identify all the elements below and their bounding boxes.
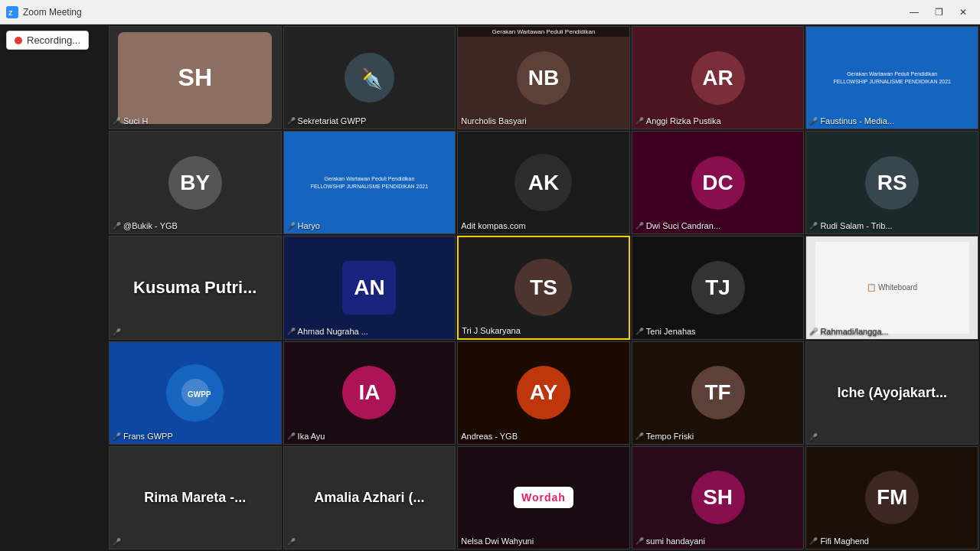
name-tempo: Tempo Friski xyxy=(646,432,694,441)
tile-fifi[interactable]: FM Fifi Maghend xyxy=(805,446,978,549)
recording-label: Recording... xyxy=(27,34,80,46)
name-haryo: Haryo xyxy=(298,221,320,230)
tile-adit[interactable]: AK Adit kompas.com xyxy=(457,131,630,234)
tile-andreas[interactable]: AY Andreas - YGB xyxy=(457,341,630,445)
tile-nelsa[interactable]: Wordah Nelsa Dwi Wahyuni xyxy=(457,446,630,549)
close-button[interactable]: ✕ xyxy=(952,5,974,20)
tile-rima[interactable]: Rima Mareta -... xyxy=(109,446,282,549)
maximize-button[interactable]: ❐ xyxy=(928,5,949,20)
name-rahmadi: Rahmadi/langga... xyxy=(820,327,888,336)
tile-sumi[interactable]: SH sumi handayani xyxy=(632,446,805,549)
name-dwi: Dwi Suci Candran... xyxy=(646,221,720,230)
minimize-button[interactable]: — xyxy=(903,5,925,20)
name-faustinus: Faustinus - Media... xyxy=(820,116,894,126)
name-sekretariat: Sekretariat GWPP xyxy=(298,116,367,126)
title-bar: Z Zoom Meeting — ❐ ✕ xyxy=(0,0,980,24)
name-rudi: Rudi Salam - Trib... xyxy=(820,221,892,230)
name-adit: Adit kompas.com xyxy=(461,221,525,230)
tile-dwi[interactable]: DC Dwi Suci Candran... xyxy=(632,131,805,234)
tile-sekretariat[interactable]: ✒️ Sekretariat GWPP xyxy=(283,26,456,129)
tile-frans[interactable]: GWPP Frans GWPP xyxy=(109,341,282,445)
participant-gallery: SH Suci H ✒️ Sekretariat GWPP NB Gerakan… xyxy=(107,24,980,551)
name-amalia: Amalia Azhari (... xyxy=(306,482,432,514)
tile-nurcholis[interactable]: NB Gerakan Wartawan Peduli Pendidikan Nu… xyxy=(457,26,630,129)
tile-faustinus[interactable]: Gerakan Wartawan Peduli PendidikanFELLOW… xyxy=(805,26,978,129)
tile-amalia[interactable]: Amalia Azhari (... xyxy=(283,446,456,549)
tile-teni[interactable]: TJ Teni Jenahas xyxy=(632,236,805,339)
name-nurcholis: Nurcholis Basyari xyxy=(461,116,527,126)
recording-badge: Recording... xyxy=(6,31,89,50)
tile-ika[interactable]: IA Ika Ayu xyxy=(283,341,456,445)
tile-rahmadi[interactable]: 📋 Whiteboard Rahmadi/langga... xyxy=(805,236,978,339)
tile-haryo[interactable]: Gerakan Wartawan Peduli PendidikanFELLOW… xyxy=(283,131,456,234)
name-andreas: Andreas - YGB xyxy=(461,432,518,441)
recording-dot xyxy=(15,37,22,44)
tile-ahmad[interactable]: AN Ahmad Nugraha ... xyxy=(283,236,456,339)
name-kusuma: Kusuma Putri... xyxy=(126,270,264,305)
window-title: Zoom Meeting xyxy=(23,7,903,18)
window-controls[interactable]: — ❐ ✕ xyxy=(903,5,974,20)
name-iche: Iche (Ayojakart... xyxy=(830,377,955,409)
name-frans: Frans GWPP xyxy=(123,432,173,441)
tile-bukik[interactable]: BY @Bukik - YGB xyxy=(109,131,282,234)
zoom-icon: Z xyxy=(6,6,18,18)
name-tri: Tri J Sukaryana xyxy=(462,326,521,335)
tile-iche[interactable]: Iche (Ayojakart... xyxy=(805,341,978,445)
name-bukik: @Bukik - YGB xyxy=(123,221,178,230)
svg-text:GWPP: GWPP xyxy=(188,390,211,399)
name-ika: Ika Ayu xyxy=(298,432,325,441)
tile-kusuma[interactable]: Kusuma Putri... xyxy=(109,236,282,339)
tile-anggi[interactable]: AR Anggi Rizka Pustika xyxy=(632,26,805,129)
tile-tri[interactable]: TS Tri J Sukaryana xyxy=(457,236,630,339)
name-suci-h: Suci H xyxy=(123,116,148,126)
name-anggi: Anggi Rizka Pustika xyxy=(646,116,721,126)
svg-text:Z: Z xyxy=(8,9,13,17)
tile-tempo[interactable]: TF Tempo Friski xyxy=(632,341,805,445)
name-rima: Rima Mareta -... xyxy=(136,482,253,514)
name-teni: Teni Jenahas xyxy=(646,327,696,336)
name-ahmad: Ahmad Nugraha ... xyxy=(298,327,368,336)
tile-suci-h[interactable]: SH Suci H xyxy=(109,26,282,129)
tile-rudi[interactable]: RS Rudi Salam - Trib... xyxy=(805,131,978,234)
name-fifi: Fifi Maghend xyxy=(820,536,869,546)
name-nelsa: Nelsa Dwi Wahyuni xyxy=(461,536,534,546)
name-sumi: sumi handayani xyxy=(646,536,705,546)
